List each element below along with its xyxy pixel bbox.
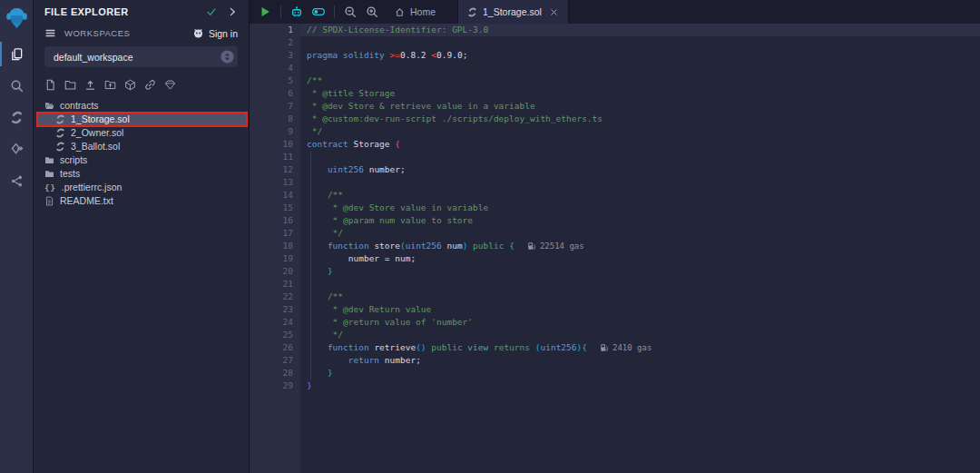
code-token: } [328, 265, 333, 278]
activity-item-search[interactable] [0, 70, 33, 102]
code-token: */ [307, 227, 343, 240]
code-token: pragma solidity [307, 49, 390, 62]
workspaces-menu-icon[interactable] [44, 27, 56, 39]
collapse-chevron-icon[interactable] [227, 6, 238, 17]
workspace-select[interactable]: default_workspace [44, 46, 238, 67]
tree-item-tests[interactable]: tests [37, 167, 247, 181]
deploy-and-run-icon [10, 143, 24, 156]
zoom-out-button[interactable] [342, 4, 358, 20]
code-line-14: /** [300, 189, 980, 202]
line-number: 27 [250, 354, 300, 367]
code-token: return [348, 354, 385, 367]
tree-item-label: tests [60, 169, 80, 179]
zoom-in-button[interactable] [364, 4, 380, 20]
run-script-button[interactable] [257, 4, 273, 20]
accept-check-icon[interactable] [206, 6, 217, 17]
code-line-25: */ [300, 329, 980, 341]
copilot-toggle[interactable] [310, 4, 327, 20]
tree-item-2-owner-sol[interactable]: 2_Owner.sol [37, 126, 247, 140]
code-line-23: * @dev Return value [300, 303, 980, 316]
tree-item--prettierrc-json[interactable]: {}.prettierrc.json [37, 181, 247, 194]
tree-item-1-storage-sol[interactable]: 1_Storage.sol [37, 113, 247, 126]
code-editor[interactable]: // SPDX-License-Identifier: GPL-3.0pragm… [300, 24, 980, 473]
line-number: 8 [250, 113, 300, 125]
toolbar-separator [280, 5, 281, 18]
tree-item-label: contracts [60, 101, 99, 111]
code-token: function [328, 240, 374, 252]
code-token: contract [307, 138, 353, 151]
code-token: public [431, 341, 467, 354]
code-line-22: /** [300, 291, 980, 303]
link-icon[interactable] [144, 79, 156, 91]
code-token: */ [307, 125, 322, 138]
panel-title: FILE EXPLORER [44, 6, 129, 17]
line-number: 21 [250, 278, 300, 291]
line-number: 11 [250, 151, 300, 163]
code-token: * @dev Store & retrieve value in a varia… [307, 100, 535, 113]
code-token: number = num; [307, 252, 416, 265]
sign-in-button[interactable]: Sign in [192, 27, 238, 39]
robot-icon [290, 5, 303, 18]
editor-area: Home1_Storage.sol 1234567891011121314151… [250, 0, 980, 473]
activity-item-file-explorer[interactable] [0, 38, 33, 70]
upload-file-icon[interactable] [84, 79, 96, 91]
tree-item-label: 2_Owner.sol [71, 128, 123, 138]
upload-folder-icon[interactable] [104, 79, 116, 91]
code-token: 0.9.0; [436, 49, 467, 62]
code-token: num [446, 240, 462, 252]
tree-item-label: 1_Storage.sol [71, 114, 130, 124]
solidity-compiler-icon [10, 111, 24, 124]
tree-item-label: scripts [60, 155, 87, 165]
folder-open-icon [44, 101, 54, 111]
code-token: uint256 [328, 163, 369, 176]
code-line-2 [300, 36, 980, 49]
zoom-in-icon [366, 5, 378, 18]
code-token: * @return value of 'number' [307, 316, 473, 329]
tab-label: 1_Storage.sol [483, 6, 542, 17]
code-line-16: * @param num value to store [300, 214, 980, 227]
code-token: /** [307, 291, 343, 303]
search-icon [10, 79, 24, 93]
code-token: uint256 [540, 341, 576, 354]
remix-logo[interactable] [0, 0, 33, 34]
editor-body: 1234567891011121314151617181920212223242… [250, 24, 980, 473]
activity-item-git[interactable] [0, 165, 33, 197]
line-number: 18 [250, 240, 300, 252]
line-number: 19 [250, 252, 300, 265]
fuel-pump-icon [600, 343, 609, 352]
cube-icon[interactable] [124, 79, 136, 91]
editor-tab-bar: Home1_Storage.sol [250, 0, 980, 24]
file-explorer-toolbar [34, 79, 249, 91]
home-icon [395, 7, 405, 17]
code-token: * @dev Store value in variable [307, 202, 488, 214]
code-token: function [328, 341, 374, 354]
tab-1-storage-sol[interactable]: 1_Storage.sol [457, 0, 569, 24]
line-number: 1 [250, 24, 300, 36]
code-token: () [416, 341, 431, 354]
tree-item-3-ballot-sol[interactable]: 3_Ballot.sol [37, 140, 247, 153]
line-number: 6 [250, 87, 300, 100]
solidity-file-icon [55, 142, 65, 152]
git-icon [10, 174, 24, 188]
gem-icon[interactable] [164, 79, 176, 91]
tree-item-contracts[interactable]: contracts [37, 99, 247, 113]
solidity-file-icon [55, 128, 65, 138]
tree-item-scripts[interactable]: scripts [37, 153, 247, 167]
activity-item-deploy-and-run[interactable] [0, 133, 33, 165]
code-token: /** [307, 189, 343, 202]
line-number: 23 [250, 303, 300, 316]
line-number: 12 [250, 163, 300, 176]
tree-item-readme-txt[interactable]: README.txt [37, 194, 247, 208]
line-number: 10 [250, 138, 300, 151]
code-line-13 [300, 176, 980, 189]
activity-item-solidity-compiler[interactable] [0, 102, 33, 133]
code-line-11 [300, 151, 980, 163]
line-number: 15 [250, 202, 300, 214]
new-file-icon[interactable] [44, 79, 56, 91]
code-line-17: */ [300, 227, 980, 240]
tab-home[interactable]: Home [384, 0, 446, 24]
new-folder-icon[interactable] [64, 79, 76, 91]
folder-icon [44, 169, 54, 179]
close-icon[interactable] [549, 7, 559, 17]
ai-copilot-button[interactable] [289, 4, 305, 20]
